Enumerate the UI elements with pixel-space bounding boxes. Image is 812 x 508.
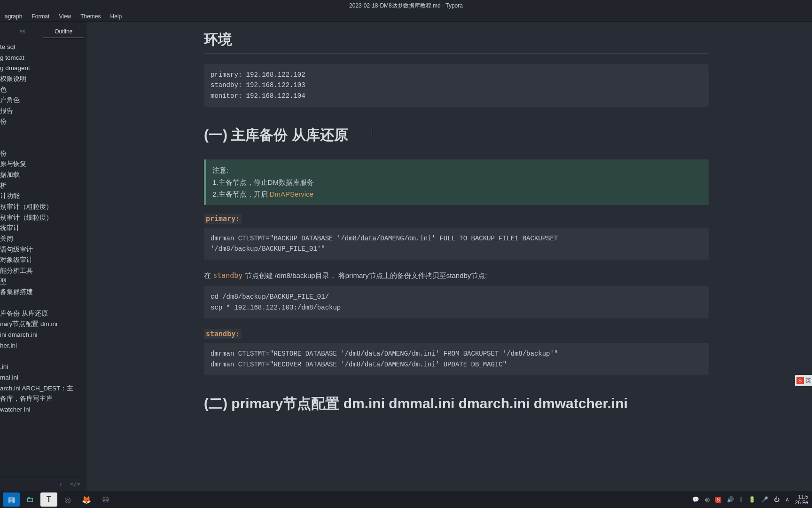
codeblock-env[interactable]: primary: 192.168.122.102 standby: 192.16… <box>204 64 709 107</box>
tray-battery-icon[interactable]: 🔋 <box>749 496 756 503</box>
outline-item[interactable]: 能分析工具 <box>0 266 86 277</box>
outline-item[interactable]: 语句级审计 <box>0 245 86 255</box>
ime-logo: S <box>796 377 804 384</box>
typora-icon[interactable]: T <box>40 492 57 507</box>
outline-item[interactable]: 库备份 从库还原 <box>0 309 86 319</box>
outline-item[interactable]: ini dmarch.ini <box>0 330 86 341</box>
tray-chevron-icon[interactable]: ∧ <box>785 496 789 503</box>
outline-item[interactable]: her.ini <box>0 341 86 351</box>
taskbar: ▦ 🗀 T ◎ 🦊 ⛁ 💬 ◎ S 🔊 ᛒ 🔋 🎤 ⏻ ∧ 11:5 26 Fe <box>0 491 812 508</box>
outline-item[interactable]: arch.ini ARCH_DEST：主 <box>0 383 86 394</box>
tray-mic-icon[interactable]: 🎤 <box>761 496 768 503</box>
para-post: 节点创建 /dm8/backup目录， 将primary节点上的备份文件拷贝至s… <box>242 271 487 279</box>
file-manager-icon[interactable]: 🗀 <box>22 492 39 507</box>
editor-pane[interactable]: 环境 primary: 192.168.122.102 standby: 192… <box>86 22 812 491</box>
callout-line-3: 2.主备节点，开启 DmAPService <box>212 188 702 200</box>
label-primary: primary: <box>204 214 242 224</box>
heading-section-2: (二) primary节点配置 dm.ini dmmal.ini dmarch.… <box>204 386 709 417</box>
tray-time: 11:5 <box>795 494 808 500</box>
outline-item[interactable]: 原与恢复 <box>0 159 86 170</box>
tray-network-icon[interactable]: ⏻ <box>774 496 780 503</box>
ime-badge[interactable]: S 英 <box>795 375 812 386</box>
menu-themes[interactable]: Themes <box>76 13 105 20</box>
system-tray: 💬 ◎ S 🔊 ᛒ 🔋 🎤 ⏻ ∧ 11:5 26 Fe <box>692 494 809 505</box>
ime-mode: 英 <box>805 377 811 385</box>
outline-item[interactable]: 型 <box>0 277 86 287</box>
tab-files[interactable]: es <box>2 25 43 38</box>
outline-item[interactable]: mal.ini <box>0 373 86 383</box>
tab-outline[interactable]: Outline <box>43 25 85 38</box>
outline-item[interactable]: watcher ini <box>0 405 86 415</box>
virt-manager-icon[interactable]: ⛁ <box>97 492 114 507</box>
tray-clock[interactable]: 11:5 26 Fe <box>795 494 809 505</box>
outline-item[interactable]: g tomcat <box>0 53 86 64</box>
outline-item[interactable] <box>0 351 86 362</box>
callout-note: 注意: 1.主备节点，停止DM数据库服务 2.主备节点，开启 DmAPServi… <box>204 159 709 205</box>
outline-item[interactable]: g dmagent <box>0 63 86 74</box>
outline-item[interactable]: 别审计（粗粒度） <box>0 202 86 213</box>
sidebar: es Outline te sqlg tomcatg dmagent权限说明色户… <box>0 22 86 491</box>
firefox-icon[interactable]: 🦊 <box>78 492 95 507</box>
outline-item[interactable]: 对象级审计 <box>0 255 86 266</box>
tray-volume-icon[interactable]: 🔊 <box>727 496 734 503</box>
tray-obs-icon[interactable]: ◎ <box>705 496 710 503</box>
sidebar-footer: ‹ </> <box>0 476 86 491</box>
outline-item[interactable]: 色 <box>0 85 86 95</box>
sidebar-tabs: es Outline <box>0 22 86 38</box>
outline-item[interactable]: 计功能 <box>0 191 86 202</box>
outline-list: te sqlg tomcatg dmagent权限说明色户角色报告份 份原与恢复… <box>0 38 86 476</box>
window-title: 2023-02-18-DM8达梦数据库教程.md - Typora <box>349 2 463 10</box>
text-cursor <box>372 128 372 139</box>
menu-view[interactable]: View <box>54 13 76 20</box>
callout-keyword: DmAPService <box>270 190 313 198</box>
menu-format[interactable]: Format <box>27 13 54 20</box>
para-pre: 在 <box>204 271 213 279</box>
window-titlebar: 2023-02-18-DM8达梦数据库教程.md - Typora <box>0 0 812 11</box>
outline-item[interactable] <box>0 298 86 309</box>
outline-item[interactable]: 报告 <box>0 106 86 117</box>
callout-line-1: 注意: <box>212 164 702 176</box>
outline-item[interactable]: 户角色 <box>0 95 86 106</box>
label-standby: standby: <box>204 329 242 339</box>
outline-item[interactable]: 统审计 <box>0 223 86 234</box>
tray-date: 26 Fe <box>795 500 808 505</box>
codeblock-primary[interactable]: dmrman CTLSTMT="BACKUP DATABASE '/dm8/da… <box>204 228 709 260</box>
tray-bluetooth-icon[interactable]: ᛒ <box>740 496 743 503</box>
outline-item[interactable]: 权限说明 <box>0 74 86 85</box>
paragraph-standby-copy: 在 standby 节点创建 /dm8/backup目录， 将primary节点… <box>204 270 709 281</box>
outline-item[interactable]: 析 <box>0 181 86 191</box>
outline-item[interactable]: 份 <box>0 117 86 127</box>
heading-section-1: (一) 主库备份 从库还原 <box>204 117 709 149</box>
heading-section-1-text: (一) 主库备份 从库还原 <box>204 127 348 143</box>
outline-item[interactable]: 备集群搭建 <box>0 287 86 298</box>
launcher-icon[interactable]: ▦ <box>3 492 20 507</box>
outline-item[interactable] <box>0 138 86 149</box>
outline-item[interactable]: 关闭 <box>0 234 86 245</box>
outline-item[interactable] <box>0 127 86 138</box>
outline-item[interactable]: 据加载 <box>0 170 86 181</box>
codeblock-standby[interactable]: dmrman CTLSTMT="RESTORE DATABASE '/dm8/d… <box>204 343 709 375</box>
codeblock-cd-scp[interactable]: cd /dm8/backup/BACKUP_FILE_01/ scp * 192… <box>204 286 709 318</box>
inline-keyword-standby: standby <box>213 271 242 280</box>
code-icon[interactable]: </> <box>70 481 80 487</box>
outline-item[interactable]: 备库，备库写主库 <box>0 394 86 405</box>
outline-item[interactable]: 份 <box>0 149 86 159</box>
heading-env: 环境 <box>204 22 709 54</box>
outline-item[interactable]: nary节点配置 dm.ini <box>0 319 86 330</box>
outline-item[interactable]: 别审计（细粒度） <box>0 213 86 223</box>
outline-item[interactable]: .ini <box>0 362 86 373</box>
menu-help[interactable]: Help <box>106 13 127 20</box>
tray-wechat-icon[interactable]: 💬 <box>692 496 699 503</box>
menubar: agraph Format View Themes Help <box>0 11 812 22</box>
callout-line-3-text: 2.主备节点，开启 <box>212 190 270 198</box>
menu-paragraph[interactable]: agraph <box>0 13 27 20</box>
tray-sogou-icon[interactable]: S <box>715 497 721 503</box>
outline-item[interactable]: te sql <box>0 42 86 53</box>
callout-line-2: 1.主备节点，停止DM数据库服务 <box>212 176 702 189</box>
back-icon[interactable]: ‹ <box>60 480 62 488</box>
obs-icon[interactable]: ◎ <box>59 492 76 507</box>
